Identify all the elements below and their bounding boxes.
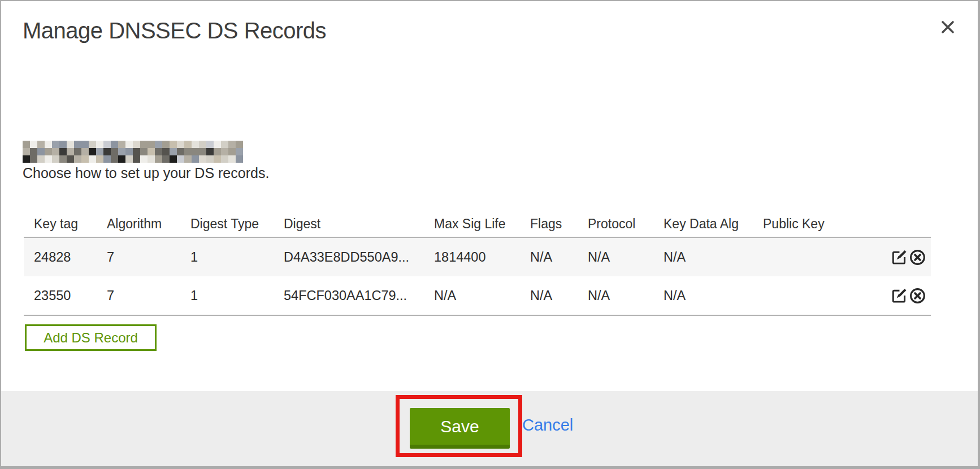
cell-digest: D4A33E8DD550A9... [274, 250, 424, 265]
column-header-max-sig-life: Max Sig Life [424, 216, 520, 232]
table-header-row: Key tag Algorithm Digest Type Digest Max… [24, 211, 931, 238]
add-ds-record-button[interactable]: Add DS Record [25, 324, 157, 351]
cell-algorithm: 7 [97, 288, 180, 303]
column-header-key-data-alg: Key Data Alg [653, 216, 753, 232]
close-icon [940, 20, 955, 36]
table-row: 24828 7 1 D4A33E8DD550A9... 1814400 N/A … [24, 238, 931, 276]
cell-flags: N/A [520, 288, 578, 303]
domain-name-redacted [23, 141, 243, 164]
cell-max-sig-life: N/A [424, 288, 520, 303]
cell-key-data-alg: N/A [653, 288, 753, 303]
edit-record-button[interactable] [890, 249, 908, 266]
cell-flags: N/A [520, 250, 578, 265]
save-button[interactable]: Save [410, 408, 510, 449]
column-header-digest-type: Digest Type [180, 216, 274, 232]
table-row: 23550 7 1 54FCF030AA1C79... N/A N/A N/A … [24, 276, 931, 315]
column-header-public-key: Public Key [753, 216, 877, 232]
ds-records-table: Key tag Algorithm Digest Type Digest Max… [24, 211, 931, 316]
cell-max-sig-life: 1814400 [424, 250, 520, 265]
cell-key-data-alg: N/A [653, 250, 753, 265]
delete-record-button[interactable] [909, 249, 926, 266]
cell-digest-type: 1 [180, 288, 274, 303]
column-header-key-tag: Key tag [24, 216, 97, 232]
close-button[interactable] [938, 18, 957, 37]
cell-digest-type: 1 [180, 250, 274, 265]
cell-digest: 54FCF030AA1C79... [274, 288, 424, 303]
cell-algorithm: 7 [97, 250, 180, 265]
cell-key-tag: 23550 [24, 288, 97, 303]
page-title: Manage DNSSEC DS Records [23, 18, 326, 44]
cell-key-tag: 24828 [24, 250, 97, 265]
edit-icon [890, 298, 908, 305]
column-header-protocol: Protocol [578, 216, 653, 232]
delete-record-button[interactable] [909, 287, 926, 305]
column-header-algorithm: Algorithm [97, 216, 180, 232]
delete-icon [909, 298, 926, 305]
cell-protocol: N/A [578, 250, 653, 265]
intro-text: Choose how to set up your DS records. [23, 165, 269, 181]
column-header-flags: Flags [520, 216, 578, 232]
cancel-link[interactable]: Cancel [522, 416, 573, 435]
manage-dnssec-modal: Manage DNSSEC DS Records Choose how to s… [0, 0, 980, 469]
column-header-digest: Digest [274, 216, 424, 232]
modal-footer: Save Cancel [1, 391, 978, 466]
delete-icon [909, 259, 926, 266]
edit-icon [890, 259, 908, 266]
edit-record-button[interactable] [890, 287, 908, 305]
cell-protocol: N/A [578, 288, 653, 303]
